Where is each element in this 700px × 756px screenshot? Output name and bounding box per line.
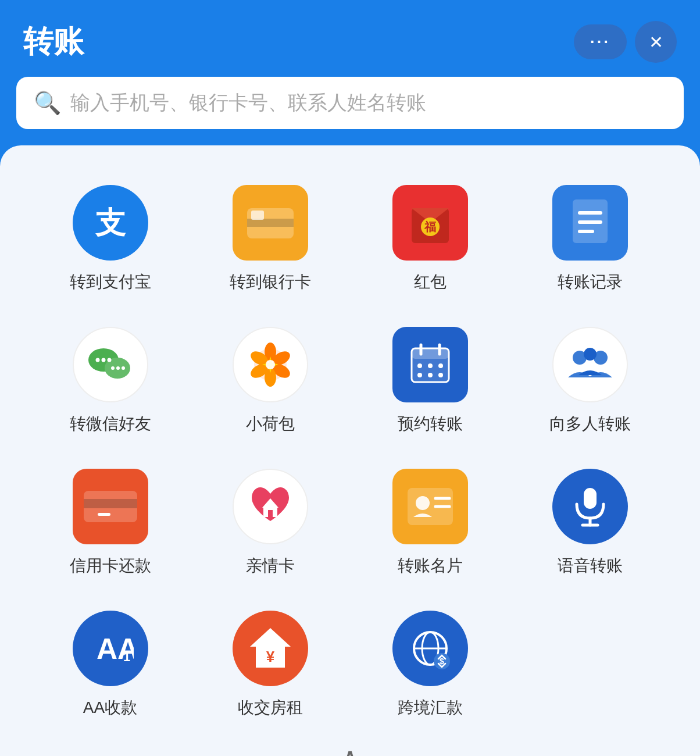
svg-rect-45 (84, 499, 137, 508)
search-icon: 🔍 (34, 90, 61, 116)
grid-item-schedule[interactable]: 预约转账 (350, 311, 510, 447)
alipay-icon: 支 (73, 185, 148, 261)
svg-text:福: 福 (424, 220, 436, 233)
grid-item-wechat[interactable]: 转微信好友 (30, 311, 190, 447)
svg-point-36 (428, 363, 433, 368)
svg-rect-32 (412, 348, 449, 359)
wechat-icon (73, 327, 148, 402)
grid-item-credit[interactable]: 信用卡还款 (30, 452, 190, 589)
svg-rect-4 (247, 219, 294, 227)
svg-point-15 (95, 358, 99, 362)
search-bar[interactable]: 🔍 输入手机号、银行卡号、联系人姓名转账 (16, 77, 684, 129)
rent-label: 收交房租 (238, 697, 303, 719)
svg-point-37 (438, 363, 443, 368)
bank-label: 转到银行卡 (230, 271, 311, 293)
namecard-label: 转账名片 (398, 555, 463, 577)
aa-icon: AA 1 (73, 611, 148, 686)
grid-item-aa[interactable]: AA 1 AA收款 (30, 594, 190, 730)
grid-item-bank[interactable]: 转到银行卡 (190, 169, 350, 305)
wechat-label: 转微信好友 (70, 413, 151, 435)
global-icon: $ (392, 611, 468, 686)
svg-rect-46 (98, 513, 110, 516)
svg-rect-5 (251, 211, 264, 220)
header-actions: ··· ✕ (574, 21, 677, 63)
grid-item-voice[interactable]: 语音转账 (510, 452, 670, 589)
record-label: 转账记录 (558, 271, 623, 293)
grid-item-namecard[interactable]: 转账名片 (350, 452, 510, 589)
more-button[interactable]: ··· (574, 24, 627, 59)
svg-point-39 (428, 373, 433, 377)
grid-item-record[interactable]: 转账记录 (510, 169, 670, 305)
collapse-button[interactable]: ∧ (341, 742, 359, 756)
grid-item-multi[interactable]: 向多人转账 (510, 311, 670, 447)
rent-icon: ¥ (233, 611, 308, 686)
svg-point-16 (101, 358, 105, 362)
schedule-label: 预约转账 (398, 413, 463, 435)
family-label: 亲情卡 (246, 555, 295, 577)
grid-item-redpacket[interactable]: 福 红包 (350, 169, 510, 305)
search-bar-wrap: 🔍 输入手机号、银行卡号、联系人姓名转账 (0, 77, 700, 145)
svg-point-17 (107, 358, 111, 362)
header: 转账 ··· ✕ (0, 0, 700, 77)
record-icon (552, 185, 628, 261)
redpacket-label: 红包 (414, 271, 447, 293)
svg-point-40 (438, 373, 443, 377)
svg-point-43 (584, 348, 597, 361)
schedule-icon (392, 327, 468, 402)
svg-point-38 (417, 373, 422, 377)
grid-item-family[interactable]: 亲情卡 (190, 452, 350, 589)
close-button[interactable]: ✕ (635, 21, 677, 63)
svg-point-18 (111, 366, 115, 370)
namecard-icon (392, 469, 468, 544)
voice-icon (552, 469, 628, 544)
grid-item-alipay[interactable]: 支 转到支付宝 (30, 169, 190, 305)
svg-text:1: 1 (123, 650, 130, 664)
bank-icon (233, 185, 308, 261)
xiaohe-icon (233, 327, 308, 402)
grid-item-xiaohe[interactable]: 小荷包 (190, 311, 350, 447)
grid-item-rent[interactable]: ¥ 收交房租 (190, 594, 350, 730)
svg-rect-54 (584, 488, 597, 509)
icon-grid: 支 转到支付宝 转到银行卡 (30, 169, 670, 730)
svg-point-35 (417, 363, 422, 368)
multi-icon (552, 327, 628, 402)
svg-point-51 (416, 496, 430, 510)
page-title: 转账 (23, 22, 84, 62)
multi-label: 向多人转账 (549, 413, 631, 435)
search-placeholder: 输入手机号、银行卡号、联系人姓名转账 (70, 90, 426, 116)
svg-rect-49 (268, 510, 273, 517)
xiaohe-label: 小荷包 (246, 413, 295, 435)
credit-icon (73, 469, 148, 544)
alipay-label: 转到支付宝 (70, 271, 151, 293)
aa-label: AA收款 (83, 697, 137, 719)
global-label: 跨境汇款 (398, 697, 463, 719)
svg-point-30 (266, 360, 275, 369)
svg-point-19 (116, 366, 120, 370)
family-icon (233, 469, 308, 544)
main-card: 支 转到支付宝 转到银行卡 (0, 145, 700, 756)
svg-text:支: 支 (95, 206, 126, 240)
redpacket-icon: 福 (392, 185, 468, 261)
grid-item-global[interactable]: $ 跨境汇款 (350, 594, 510, 730)
svg-point-20 (122, 366, 125, 370)
svg-text:¥: ¥ (266, 648, 274, 665)
credit-label: 信用卡还款 (70, 555, 151, 577)
voice-label: 语音转账 (558, 555, 623, 577)
